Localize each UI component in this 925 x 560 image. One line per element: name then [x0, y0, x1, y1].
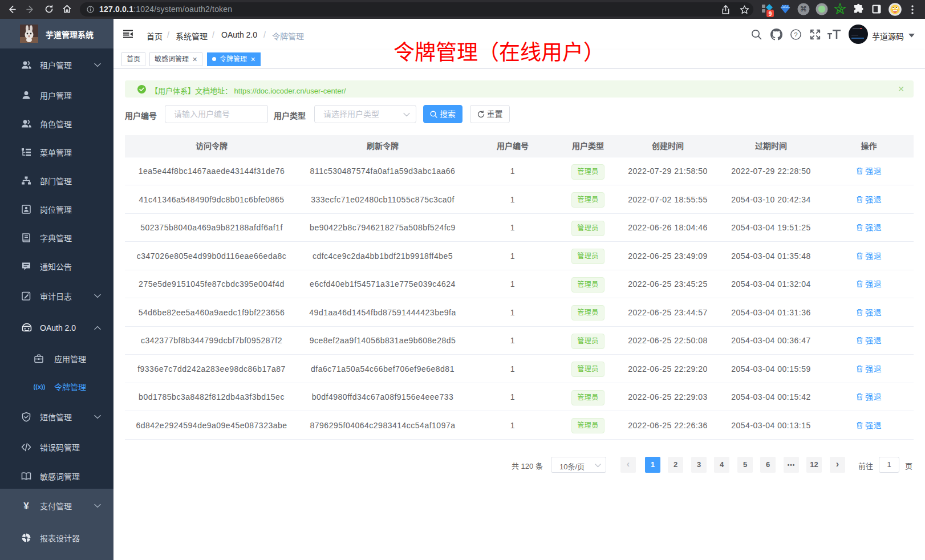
svg-text:⌘: ⌘	[800, 5, 807, 13]
svg-text:¥: ¥	[23, 501, 29, 511]
svg-text:?: ?	[794, 31, 797, 38]
svg-text:((x)): ((x))	[34, 383, 45, 390]
svg-text:9: 9	[769, 11, 772, 17]
